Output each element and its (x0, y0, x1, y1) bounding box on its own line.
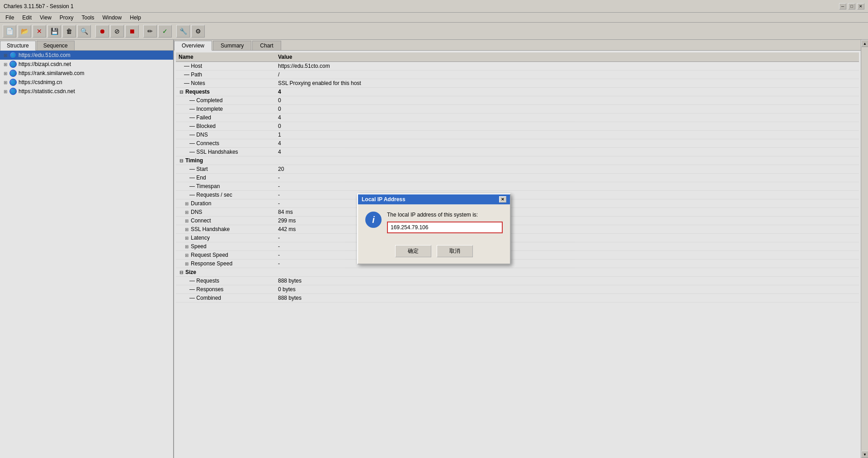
local-ip-dialog: Local IP Address ✕ i The local IP addres… (357, 194, 511, 264)
cancel-button[interactable]: 取消 (437, 245, 473, 257)
modal-title-bar: Local IP Address ✕ (358, 194, 510, 204)
modal-overlay: Local IP Address ✕ i The local IP addres… (0, 0, 868, 458)
modal-message: The local IP address of this system is: (387, 212, 503, 218)
confirm-button[interactable]: 确定 (395, 245, 431, 257)
modal-content: The local IP address of this system is: (387, 212, 503, 233)
ip-address-input[interactable] (387, 222, 503, 233)
modal-close-button[interactable]: ✕ (499, 196, 506, 203)
modal-title: Local IP Address (362, 196, 406, 203)
modal-buttons: 确定 取消 (358, 241, 510, 264)
modal-body: i The local IP address of this system is… (358, 204, 510, 241)
info-icon: i (365, 212, 382, 228)
